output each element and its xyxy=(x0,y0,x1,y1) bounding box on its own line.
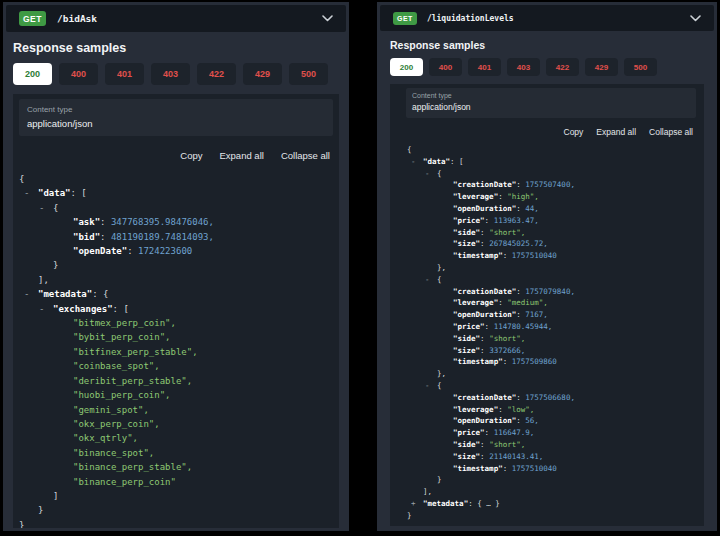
json-token-p: : xyxy=(480,239,489,248)
json-token-p: : xyxy=(516,180,525,189)
json-line: "creationDate": 1757506680, xyxy=(407,392,704,404)
expand-all-button[interactable]: Expand all xyxy=(596,127,636,137)
json-token-p: { xyxy=(437,275,442,284)
json-line: "bid": 481190189.74814093, xyxy=(19,230,339,244)
content-type-dropdown[interactable]: Content type application/json xyxy=(19,99,333,136)
collapse-all-button[interactable]: Collapse all xyxy=(281,150,330,161)
json-line: "ask": 347768395.98476046, xyxy=(19,215,339,229)
endpoint-header[interactable]: GET /liquidationLevels xyxy=(380,5,714,31)
json-line: }, xyxy=(407,368,704,380)
json-token-str: "bybit_perp_coin", xyxy=(73,332,171,342)
json-line: { xyxy=(407,144,704,156)
json-line: -"data": [ xyxy=(407,156,704,168)
json-token-str: "binance_spot", xyxy=(73,448,154,458)
content-type-label: Content type xyxy=(27,105,325,114)
endpoint-path: /liquidationLevels xyxy=(427,14,514,23)
json-token-p: : xyxy=(516,393,525,402)
json-token-str: "bitfinex_perp_stable", xyxy=(73,347,198,357)
collapse-toggle[interactable]: - xyxy=(39,302,53,316)
content-type-dropdown[interactable]: Content type application/json xyxy=(406,88,696,118)
json-line: "timestamp": 1757510040 xyxy=(407,463,704,475)
collapse-toggle[interactable]: - xyxy=(39,201,53,215)
json-line: +"metadata": { … } xyxy=(407,498,704,510)
json-token-p: : xyxy=(480,440,489,449)
status-tab-422[interactable]: 422 xyxy=(197,63,236,85)
collapse-toggle[interactable]: - xyxy=(411,156,423,168)
json-line: "openDuration": 7167, xyxy=(407,309,704,321)
json-token-p: : xyxy=(480,228,489,237)
json-token-p: : xyxy=(485,322,494,331)
status-tab-500[interactable]: 500 xyxy=(289,63,328,85)
collapse-toggle[interactable]: - xyxy=(425,380,437,392)
copy-button[interactable]: Copy xyxy=(564,127,584,137)
json-token-key: "bid" xyxy=(73,232,100,242)
response-samples-title: Response samples xyxy=(390,39,717,51)
json-token-key: "data" xyxy=(38,188,71,198)
json-token-str: "huobi_perp_coin", xyxy=(73,390,171,400)
status-tab-422[interactable]: 422 xyxy=(546,58,579,76)
copy-button[interactable]: Copy xyxy=(180,150,202,161)
collapse-toggle[interactable]: - xyxy=(24,287,38,301)
json-token-num: 7167, xyxy=(525,310,548,319)
json-token-p: : xyxy=(498,192,507,201)
json-token-p: }, xyxy=(437,263,446,272)
json-token-num: 44, xyxy=(525,204,539,213)
json-token-num: 1757507400, xyxy=(525,180,575,189)
json-token-p: : xyxy=(498,298,507,307)
json-line: "timestamp": 1757509860 xyxy=(407,356,704,368)
json-token-p: { xyxy=(437,169,442,178)
json-line: "huobi_perp_coin", xyxy=(19,388,339,402)
json-sample: {-"data": [-{"ask": 347768395.98476046,"… xyxy=(19,172,339,528)
json-token-p: : xyxy=(100,232,111,242)
status-tab-200[interactable]: 200 xyxy=(13,63,52,85)
status-tab-403[interactable]: 403 xyxy=(151,63,190,85)
json-line: "openDuration": 56, xyxy=(407,415,704,427)
json-line: -"data": [ xyxy=(19,186,339,200)
json-token-p: : xyxy=(480,346,489,355)
collapse-toggle[interactable]: - xyxy=(24,186,38,200)
chevron-down-icon[interactable] xyxy=(322,15,333,22)
status-tab-400[interactable]: 400 xyxy=(429,58,462,76)
status-tab-403[interactable]: 403 xyxy=(507,58,540,76)
expand-toggle[interactable]: + xyxy=(411,498,423,510)
json-token-p: } xyxy=(407,511,412,520)
json-token-str: "short", xyxy=(489,334,525,343)
status-tab-401[interactable]: 401 xyxy=(105,63,144,85)
status-tab-429[interactable]: 429 xyxy=(243,63,282,85)
json-token-key: "price" xyxy=(453,322,485,331)
json-line: "side": "short", xyxy=(407,333,704,345)
collapse-toggle[interactable]: - xyxy=(425,168,437,180)
json-token-num: 267845025.72, xyxy=(489,239,548,248)
json-token-p: : xyxy=(516,416,525,425)
status-tab-200[interactable]: 200 xyxy=(390,58,423,76)
json-token-key: "metadata" xyxy=(38,289,92,299)
collapse-all-button[interactable]: Collapse all xyxy=(649,127,693,137)
status-tab-401[interactable]: 401 xyxy=(468,58,501,76)
endpoint-panel: GET /bidAsk Response samples 20040040140… xyxy=(3,2,349,531)
json-token-p: : { xyxy=(92,289,108,299)
json-line: "bybit_perp_coin", xyxy=(19,330,339,344)
json-token-num: 113963.47, xyxy=(494,216,539,225)
json-line: } xyxy=(19,518,339,528)
status-tab-500[interactable]: 500 xyxy=(624,58,657,76)
collapse-toggle[interactable]: - xyxy=(425,274,437,286)
json-token-str: "coinbase_spot", xyxy=(73,361,160,371)
content-type-value: application/json xyxy=(27,118,325,129)
json-token-p: : xyxy=(516,204,525,213)
status-code-tabs: 200400401403422429500 xyxy=(390,58,717,76)
chevron-down-icon[interactable] xyxy=(690,15,701,22)
json-line: "price": 113963.47, xyxy=(407,215,704,227)
json-line: ] xyxy=(19,489,339,503)
json-sample: {-"data": [-{"creationDate": 1757507400,… xyxy=(407,144,704,522)
status-tab-400[interactable]: 400 xyxy=(59,63,98,85)
json-token-p: : [ xyxy=(450,157,464,166)
json-line: "openDate": 1724223600 xyxy=(19,244,339,258)
json-token-num: 116647.9, xyxy=(494,428,535,437)
expand-all-button[interactable]: Expand all xyxy=(220,150,264,161)
json-token-p: : { … } xyxy=(468,499,500,508)
json-token-str: "high", xyxy=(507,192,539,201)
endpoint-header[interactable]: GET /bidAsk xyxy=(6,5,346,32)
status-tab-429[interactable]: 429 xyxy=(585,58,618,76)
json-token-p: : xyxy=(503,251,512,260)
json-token-num: 1757510040 xyxy=(512,464,557,473)
